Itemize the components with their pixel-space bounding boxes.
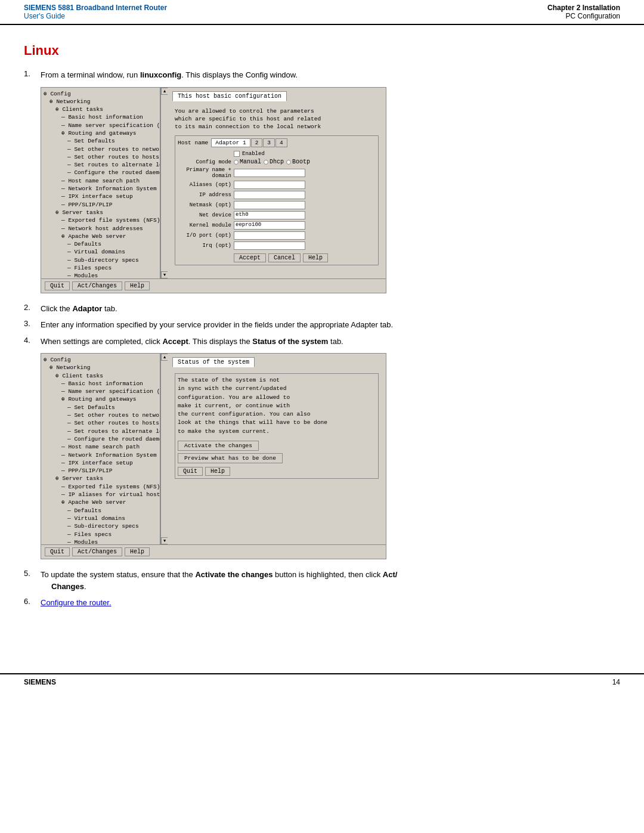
- netmask-input[interactable]: [234, 201, 305, 209]
- adaptor-tab-3[interactable]: 3: [263, 138, 275, 147]
- radio-manual[interactable]: Manual: [234, 159, 261, 165]
- scrollbar-1[interactable]: ▲ ▼: [160, 88, 168, 278]
- step-5-text: To update the system status, ensure that…: [41, 569, 397, 592]
- tree-item: — Virtual domains: [42, 248, 159, 256]
- ip-row: IP address: [178, 191, 376, 199]
- tab-strip-1: This host basic configuration: [172, 91, 381, 101]
- tree-item: — Exported file systems (NFS): [42, 483, 159, 491]
- net-device-row: Net device eth0: [178, 211, 376, 219]
- header-left: SIEMENS 5881 Broadband Internet Router U…: [24, 4, 167, 20]
- tab-this-host[interactable]: This host basic configuration: [172, 91, 287, 101]
- preview-button[interactable]: Preview what has to be done: [178, 453, 283, 463]
- primary-name-row: Primary name + domain: [178, 167, 376, 179]
- tree-item: ⊕ Client tasks: [42, 106, 159, 113]
- quit-button-2[interactable]: Quit: [45, 547, 70, 556]
- aliases-label: Aliases (opt): [178, 182, 231, 188]
- irq-input[interactable]: [234, 241, 305, 250]
- enabled-checkbox[interactable]: [234, 151, 240, 157]
- netmask-row: Netmask (opt): [178, 201, 376, 209]
- host-tab-strip: Host name Adaptor 1 2 3 4: [178, 138, 376, 147]
- tree-item: ⊕ Networking: [42, 364, 159, 371]
- ip-input[interactable]: [234, 191, 305, 199]
- adaptor-tab-4[interactable]: 4: [275, 138, 287, 147]
- cancel-button-1[interactable]: Cancel: [268, 253, 301, 262]
- adaptor-tab-2[interactable]: 2: [251, 138, 263, 147]
- radio-manual-circle[interactable]: [234, 160, 239, 165]
- activate-changes-button[interactable]: Activate the changes: [178, 441, 259, 451]
- io-port-label: I/O port (opt): [178, 233, 231, 239]
- tree-item: — Modules: [42, 538, 159, 544]
- net-device-input[interactable]: eth0: [234, 211, 305, 219]
- section-label: PC Configuration: [547, 12, 620, 20]
- tree-item: — Configure the routed daemon: [42, 169, 159, 176]
- tree-item: — Files specs: [42, 531, 159, 538]
- users-guide-label: User's Guide: [24, 12, 167, 20]
- tree-item: — Host name search path: [42, 177, 159, 185]
- accept-button-1[interactable]: Accept: [234, 253, 266, 262]
- act-changes-button-2[interactable]: Act/Changes: [72, 547, 122, 556]
- help-footer-button-1[interactable]: Help: [125, 281, 150, 290]
- help-button-status[interactable]: Help: [205, 467, 230, 476]
- tree-item: ⊕ Routing and gateways: [42, 129, 159, 137]
- radio-dhcp[interactable]: Dhcp: [264, 159, 284, 165]
- tree-item: — Configure the routed daemon: [42, 435, 159, 443]
- ip-label: IP address: [178, 192, 231, 198]
- page-header: SIEMENS 5881 Broadband Internet Router U…: [0, 0, 644, 25]
- quit-button-status[interactable]: Quit: [178, 467, 203, 476]
- tree-item: — IPX interface setup: [42, 193, 159, 200]
- net-device-label: Net device: [178, 212, 231, 218]
- tree-item: — Basic host information: [42, 380, 159, 388]
- config-content-1: You are allowed to control the parameter…: [172, 105, 381, 268]
- io-port-input[interactable]: [234, 231, 305, 240]
- screenshot-1-footer: Quit Act/Changes Help: [41, 278, 386, 293]
- enabled-label: Enabled: [242, 151, 265, 157]
- tree-item: — Network host addresses: [42, 225, 159, 233]
- primary-name-input[interactable]: [234, 169, 305, 177]
- kernel-module-input[interactable]: eepro100: [234, 221, 305, 230]
- step-6-number: 6.: [24, 597, 36, 609]
- tree-panel-2: ⊕ Config ⊕ Networking ⊕ Client tasks — B…: [41, 354, 160, 544]
- tree-item: — Exported file systems (NFS): [42, 216, 159, 224]
- configure-router-link[interactable]: Configure the router.: [41, 598, 112, 607]
- quit-button-1[interactable]: Quit: [45, 281, 70, 290]
- step-6-text: Configure the router.: [41, 597, 112, 609]
- radio-bootp[interactable]: Bootp: [286, 159, 310, 165]
- help-button-1[interactable]: Help: [303, 253, 328, 262]
- help-footer-button-2[interactable]: Help: [125, 547, 150, 556]
- screenshot-2-footer: Quit Act/Changes Help: [41, 544, 386, 559]
- step-6: 6. Configure the router.: [24, 597, 620, 609]
- tree-item: — Set Defaults: [42, 404, 159, 411]
- tree-item: — IP aliases for virtual hosts: [42, 491, 159, 498]
- step-3-number: 3.: [24, 319, 36, 331]
- tree-item: — Set other routes to hosts: [42, 153, 159, 161]
- tree-item: — Host name search path: [42, 443, 159, 451]
- tree-item: ⊕ Routing and gateways: [42, 395, 159, 403]
- tree-item: — IPX interface setup: [42, 459, 159, 467]
- step-1-number: 1.: [24, 69, 36, 81]
- tree-item: — Sub-directory specs: [42, 256, 159, 264]
- step-5: 5. To update the system status, ensure t…: [24, 569, 620, 592]
- radio-bootp-circle[interactable]: [286, 160, 291, 165]
- tree-item: — Set other routes to networks: [42, 411, 159, 419]
- tree-item: — Set Defaults: [42, 137, 159, 145]
- status-content: The state of the system is not in sync w…: [172, 371, 381, 481]
- tab-status-of-system[interactable]: Status of the system: [172, 357, 255, 367]
- page-footer: SIEMENS 14: [0, 673, 644, 690]
- step-3-text: Enter any information specified by your …: [41, 319, 393, 331]
- step-2-number: 2.: [24, 303, 36, 315]
- tree-item: — Network Information System (NIS): [42, 185, 159, 193]
- step-4: 4. When settings are completed, click Ac…: [24, 336, 620, 560]
- aliases-input[interactable]: [234, 181, 305, 189]
- radio-dhcp-circle[interactable]: [264, 160, 268, 165]
- io-port-row: I/O port (opt): [178, 231, 376, 240]
- scrollbar-2[interactable]: ▲ ▼: [160, 354, 168, 544]
- irq-label: Irq (opt): [178, 243, 231, 249]
- tree-item: — Set routes to alternate local nets: [42, 161, 159, 169]
- radio-dhcp-label: Dhcp: [270, 159, 284, 165]
- config-description-1: You are allowed to control the parameter…: [175, 107, 379, 131]
- enabled-row: Enabled: [234, 151, 376, 157]
- adaptor-tab-1[interactable]: Adaptor 1: [211, 138, 250, 147]
- act-changes-button-1[interactable]: Act/Changes: [72, 281, 122, 290]
- status-tab-strip: Status of the system: [172, 357, 381, 367]
- kernel-module-label: Kernel module: [178, 222, 231, 228]
